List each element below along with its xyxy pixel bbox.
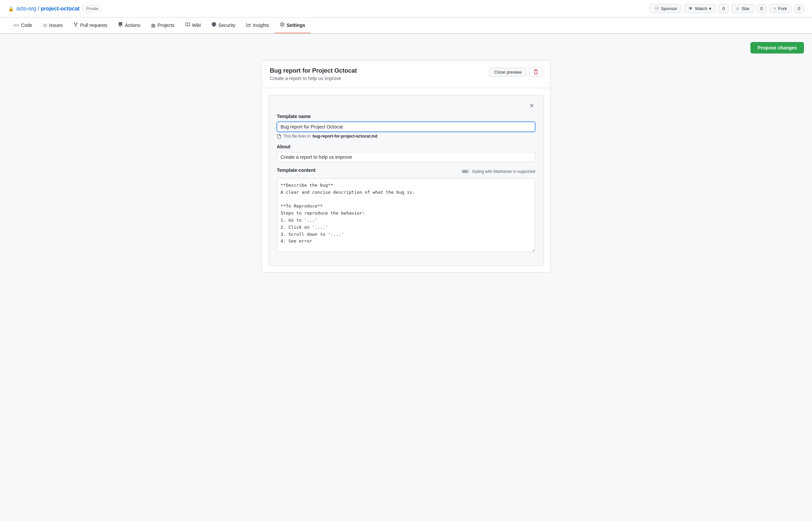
content-area: Propose changes Bug report for Project O… (0, 34, 812, 522)
file-hint: This file lives in bug-report-for-projec… (277, 134, 535, 138)
security-icon (212, 22, 216, 28)
actions-icon (118, 22, 123, 28)
repo-identity: 🔒 octo-org / project-octocat Private (8, 5, 102, 12)
card-title: Bug report for Project Octocat (270, 67, 357, 74)
lock-icon: 🔒 (8, 6, 14, 12)
form-section: ✕ Template name This file lives in bug-r… (269, 95, 543, 266)
template-name-group: Template name This file lives in bug-rep… (277, 114, 535, 138)
projects-icon: ▦ (151, 23, 155, 28)
visibility-badge: Private (83, 5, 102, 12)
tab-settings-label: Settings (287, 23, 305, 28)
template-card: Bug report for Project Octocat Create a … (261, 60, 551, 273)
template-name-input[interactable] (277, 122, 535, 132)
top-bar: 🔒 octo-org / project-octocat Private 🤍 S… (0, 0, 812, 17)
tab-issues-label: Issues (49, 23, 62, 28)
wiki-icon (185, 22, 190, 28)
file-icon (277, 134, 281, 138)
about-label: About (277, 144, 535, 149)
content-label-row: Template content MD Styling with Markdow… (277, 167, 535, 176)
fork-label: Fork (778, 6, 787, 11)
star-button[interactable]: ☆ Star (731, 4, 754, 13)
sponsor-button[interactable]: 🤍 Sponsor (649, 4, 681, 13)
insights-icon (246, 22, 251, 28)
tab-projects-label: Projects (157, 23, 175, 28)
about-input[interactable] (277, 152, 535, 162)
form-close-row: ✕ (277, 102, 535, 109)
top-actions: 🤍 Sponsor 👁 Watch ▾ 0 ☆ Star 0 ⑂ Fork 0 (649, 4, 804, 13)
pr-icon (73, 22, 78, 28)
tab-settings[interactable]: Settings (275, 17, 310, 33)
card-info: Bug report for Project Octocat Create a … (270, 67, 357, 81)
heart-icon: 🤍 (654, 6, 659, 11)
star-icon: ☆ (736, 6, 740, 11)
tab-security-label: Security (218, 23, 235, 28)
tab-wiki[interactable]: Wiki (180, 17, 206, 33)
content-textarea[interactable] (277, 178, 535, 252)
tab-security[interactable]: Security (206, 17, 241, 33)
propose-bar: Propose changes (8, 42, 804, 54)
nav-tabs: <> Code ⊙ Issues Pull requests Actions ▦… (0, 17, 812, 34)
watch-label: Watch (695, 6, 707, 11)
content-group: Template content MD Styling with Markdow… (277, 167, 535, 253)
tab-insights-label: Insights (253, 23, 269, 28)
code-icon: <> (13, 23, 19, 28)
tab-issues[interactable]: ⊙ Issues (38, 18, 68, 33)
repo-owner: octo-org (16, 6, 36, 12)
issues-icon: ⊙ (43, 23, 47, 28)
close-preview-button[interactable]: Close preview (489, 68, 527, 77)
about-group: About (277, 144, 535, 162)
repo-name: project-octocat (41, 6, 80, 12)
content-label: Template content (277, 167, 316, 173)
file-name: bug-report-for-project-octocat.md (313, 134, 377, 138)
tab-wiki-label: Wiki (192, 23, 201, 28)
repo-owner-link[interactable]: octo-org / project-octocat (16, 6, 80, 12)
fork-count[interactable]: 0 (794, 4, 804, 13)
star-count[interactable]: 0 (757, 4, 767, 13)
markdown-hint-text: Styling with Markdown is supported (472, 169, 535, 174)
fork-icon: ⑂ (774, 6, 776, 11)
tab-pr-label: Pull requests (80, 23, 107, 28)
settings-icon (280, 22, 285, 28)
markdown-badge: MD (461, 169, 470, 174)
tab-insights[interactable]: Insights (241, 17, 275, 33)
sponsor-label: Sponsor (661, 6, 677, 11)
form-close-button[interactable]: ✕ (528, 102, 535, 109)
star-label: Star (742, 6, 750, 11)
card-subtitle: Create a report to help us improve (270, 76, 357, 81)
fork-button[interactable]: ⑂ Fork (769, 4, 792, 13)
delete-button[interactable] (530, 67, 542, 77)
template-name-label: Template name (277, 114, 535, 119)
tab-pull-requests[interactable]: Pull requests (68, 17, 113, 33)
file-hint-prefix: This file lives in (283, 134, 310, 138)
card-header: Bug report for Project Octocat Create a … (262, 60, 550, 88)
watch-button[interactable]: 👁 Watch ▾ (684, 4, 716, 13)
eye-icon: 👁 (688, 6, 693, 11)
trash-icon (533, 69, 538, 75)
markdown-hint: MD Styling with Markdown is supported (461, 169, 535, 174)
card-header-actions: Close preview (489, 67, 542, 77)
tab-code-label: Code (21, 23, 32, 28)
tab-actions-label: Actions (125, 23, 140, 28)
tab-actions[interactable]: Actions (113, 17, 146, 33)
watch-count[interactable]: 0 (719, 4, 728, 13)
tab-code[interactable]: <> Code (8, 18, 38, 33)
propose-changes-button[interactable]: Propose changes (751, 42, 804, 54)
tab-projects[interactable]: ▦ Projects (146, 18, 180, 33)
watch-dropdown-icon: ▾ (709, 6, 711, 11)
